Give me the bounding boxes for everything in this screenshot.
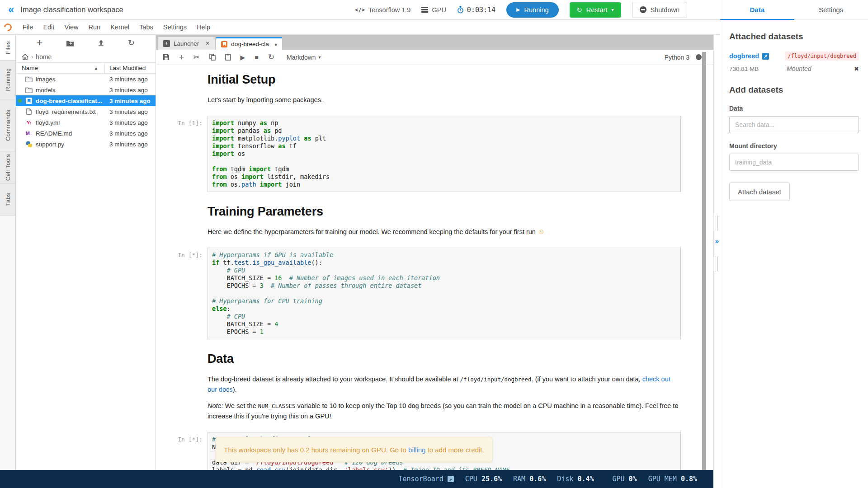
file-row-models[interactable]: models3 minutes ago xyxy=(16,84,156,95)
cell-type-dropdown[interactable]: Markdown ▾ xyxy=(287,54,321,61)
column-header-name[interactable]: Name ▲ xyxy=(16,63,105,73)
code-editor[interactable]: import numpy as npimport pandas as pdimp… xyxy=(208,116,681,192)
add-cell-icon[interactable]: + xyxy=(179,52,184,62)
running-button[interactable]: ▶ Running xyxy=(506,2,558,18)
code-editor[interactable]: # Hyperparams if GPU is availableif tf.t… xyxy=(208,248,681,339)
tab-launcher[interactable]: + Launcher ✕ xyxy=(158,37,215,50)
code-line: import numpy as np xyxy=(212,119,676,127)
markdown-paragraph: Note: We set the NUM_CLASSES variable to… xyxy=(208,401,681,421)
token-t xyxy=(256,328,260,335)
dataset-link[interactable]: dogbreed ↗ xyxy=(729,52,769,60)
file-name: README.md xyxy=(34,130,105,137)
status-label: RAM xyxy=(513,475,525,483)
kernel-busy-icon xyxy=(696,54,702,60)
token-t xyxy=(271,320,274,328)
menu-item-kernel[interactable]: Kernel xyxy=(105,23,134,31)
stop-kernel-icon[interactable]: ■ xyxy=(255,54,258,61)
home-icon[interactable] xyxy=(22,54,28,60)
menu-item-help[interactable]: Help xyxy=(192,23,215,31)
markdown-cell[interactable]: Training ParametersHere we define the hy… xyxy=(156,203,713,237)
status-tensorboard[interactable]: TensorBoard↗ xyxy=(398,475,453,483)
run-cell-icon[interactable]: ▶ xyxy=(241,54,245,61)
code-cell[interactable]: In [*]:# Hyperparams if GPU is available… xyxy=(156,248,713,339)
gpu-credit-toast: This workspace only has 0.2 hours remain… xyxy=(216,437,492,462)
menu-item-edit[interactable]: Edit xyxy=(38,23,59,31)
attach-dataset-button[interactable]: Attach dataset xyxy=(729,183,790,201)
tab-notebook[interactable]: dog-breed-cla ● xyxy=(216,37,282,50)
menu-item-file[interactable]: File xyxy=(18,23,38,31)
restart-kernel-icon[interactable]: ↻ xyxy=(268,52,274,62)
code-line: import os xyxy=(212,150,676,158)
search-data-input[interactable] xyxy=(729,116,859,133)
column-header-modified[interactable]: Last Modified xyxy=(105,65,156,71)
file-row-floyd-yml[interactable]: Y:floyd.yml3 minutes ago xyxy=(16,117,156,128)
menu-item-run[interactable]: Run xyxy=(84,23,106,31)
token-t: plt xyxy=(311,135,326,142)
restart-button[interactable]: ↻ Restart ▾ xyxy=(570,2,621,18)
file-row-support-py[interactable]: support.py3 minutes ago xyxy=(16,139,156,150)
token-kw: import xyxy=(260,181,282,188)
close-icon[interactable]: ✕ xyxy=(205,40,210,47)
collapse-left-icon[interactable]: « xyxy=(8,4,14,15)
breadcrumb-separator: › xyxy=(31,53,33,60)
file-row-dog-breed-classificat-[interactable]: dog-breed-classificat...3 minutes ago xyxy=(16,95,156,106)
menu-item-settings[interactable]: Settings xyxy=(158,23,192,31)
file-row-README-md[interactable]: M↓README.md3 minutes ago xyxy=(16,128,156,139)
drag-handle[interactable] xyxy=(716,216,716,231)
breadcrumb-home[interactable]: home xyxy=(36,53,52,61)
tab-data[interactable]: Data xyxy=(720,0,794,19)
sidebar-tab-running[interactable]: Running xyxy=(0,61,15,99)
token-kw: as xyxy=(260,119,267,127)
menu-item-tabs[interactable]: Tabs xyxy=(134,23,158,31)
status-cpu: CPU25.6% xyxy=(465,475,502,483)
markdown-cell[interactable]: DataThe dog-breed dataset is already att… xyxy=(156,350,713,421)
token-kw: import xyxy=(212,142,234,150)
sidebar-tab-cell-tools[interactable]: Cell Tools xyxy=(0,151,15,184)
inline-code: /floyd/input/dogbreed xyxy=(460,376,532,383)
expand-right-panel-icon[interactable]: » xyxy=(714,237,720,245)
mount-directory-input[interactable] xyxy=(729,154,859,171)
markdown-cell[interactable]: Initial SetupLet's start by importing so… xyxy=(156,71,713,105)
token-t xyxy=(271,274,274,282)
detach-dataset-icon[interactable]: ✖ xyxy=(854,66,859,72)
status-value: 0.4% xyxy=(577,475,594,483)
kernel-name[interactable]: Python 3 xyxy=(665,54,689,61)
billing-link[interactable]: billing xyxy=(408,446,425,454)
new-folder-icon[interactable] xyxy=(66,40,74,47)
refresh-icon[interactable]: ↻ xyxy=(128,38,135,48)
token-num: 1 xyxy=(260,328,264,335)
data-field-label: Data xyxy=(729,105,859,112)
upload-icon[interactable] xyxy=(98,39,104,47)
file-modified: 3 minutes ago xyxy=(105,98,156,104)
tab-settings[interactable]: Settings xyxy=(794,0,868,19)
code-line: from tqdm import tqdm xyxy=(212,165,676,173)
file-row-floyd-requirements-txt[interactable]: floyd_requirements.txt3 minutes ago xyxy=(16,106,156,117)
title-bar: « Image classification workspace </> Ten… xyxy=(0,0,720,20)
status-value: 0.8% xyxy=(681,475,697,483)
file-row-images[interactable]: images3 minutes ago xyxy=(16,74,156,84)
copy-cells-icon[interactable] xyxy=(209,54,216,61)
text-run: We set the xyxy=(223,402,258,409)
token-t: EPOCHS xyxy=(212,282,252,289)
token-t xyxy=(256,282,260,289)
cut-cells-icon[interactable]: ✂ xyxy=(193,53,199,61)
save-icon[interactable] xyxy=(163,54,170,61)
shutdown-button[interactable]: Shutdown xyxy=(632,2,688,18)
token-cm: # Hyperparams if GPU is available xyxy=(212,251,333,258)
code-cell[interactable]: In [1]:import numpy as npimport pandas a… xyxy=(156,116,713,192)
sidebar-tab-label: Files xyxy=(5,41,11,54)
token-t: os xyxy=(234,150,245,157)
sidebar-tab-commands[interactable]: Commands xyxy=(0,99,15,151)
menu-item-view[interactable]: View xyxy=(59,23,83,31)
cell-prompt xyxy=(156,350,208,421)
drag-handle[interactable] xyxy=(716,256,716,272)
notebook-scrollbar[interactable] xyxy=(702,52,706,470)
sidebar-tab-files[interactable]: Files xyxy=(0,35,15,61)
sidebar-tab-tabs[interactable]: Tabs xyxy=(0,184,15,216)
token-kw: import xyxy=(249,165,271,173)
token-op: = xyxy=(252,282,256,289)
new-launcher-icon[interactable]: + xyxy=(37,38,42,48)
sidebar-tab-label: Tabs xyxy=(5,193,11,206)
sidebar-tab-label: Cell Tools xyxy=(5,154,11,181)
paste-cells-icon[interactable] xyxy=(225,54,231,61)
